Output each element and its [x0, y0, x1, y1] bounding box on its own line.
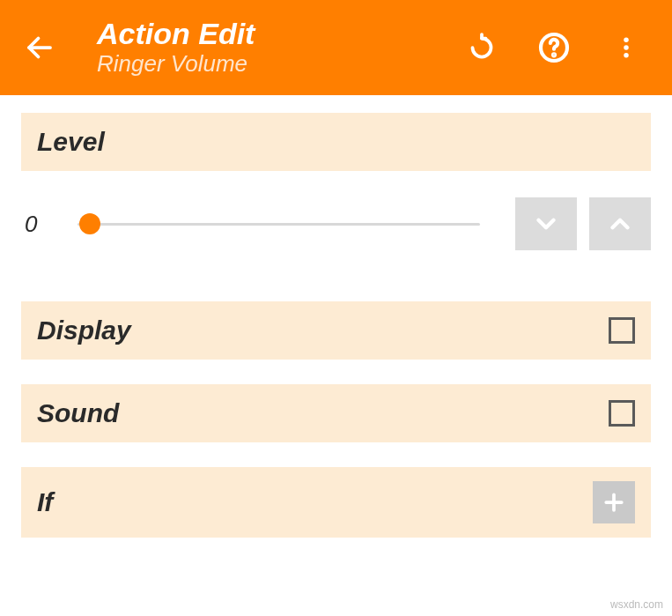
sound-label: Sound [37, 398, 119, 428]
decrement-button[interactable] [515, 197, 577, 250]
svg-point-2 [553, 54, 555, 56]
level-value: 0 [25, 211, 60, 238]
help-button[interactable] [535, 28, 573, 67]
content-area: Level 0 Display Sound [0, 95, 672, 555]
more-vertical-icon [613, 34, 639, 61]
if-add-button[interactable] [593, 481, 635, 523]
toolbar-actions [462, 28, 646, 67]
if-label: If [37, 487, 53, 517]
page-title: Action Edit [97, 19, 462, 48]
svg-point-4 [624, 45, 629, 50]
title-block: Action Edit Ringer Volume [97, 19, 462, 78]
level-slider-row: 0 [21, 171, 651, 277]
if-row: If [21, 467, 651, 538]
chevron-up-icon [605, 209, 635, 239]
sound-checkbox[interactable] [609, 400, 635, 427]
svg-point-5 [624, 53, 629, 58]
chevron-down-icon [531, 209, 561, 239]
display-label: Display [37, 315, 131, 345]
sound-row[interactable]: Sound [21, 384, 651, 442]
page-subtitle: Ringer Volume [97, 50, 462, 78]
level-label: Level [37, 127, 105, 157]
slider-thumb[interactable] [79, 213, 100, 234]
help-icon [536, 30, 572, 65]
slider-track [78, 223, 480, 226]
overflow-menu-button[interactable] [607, 28, 646, 67]
display-row[interactable]: Display [21, 301, 651, 360]
back-button[interactable] [18, 26, 62, 70]
plus-icon [601, 489, 627, 516]
level-header: Level [21, 113, 651, 171]
increment-button[interactable] [589, 197, 651, 250]
display-checkbox[interactable] [609, 317, 635, 344]
svg-point-3 [624, 38, 629, 43]
level-stepper [515, 197, 651, 250]
back-arrow-icon [24, 32, 55, 63]
undo-button[interactable] [462, 28, 501, 67]
undo-icon [466, 32, 498, 63]
level-slider[interactable] [78, 206, 480, 241]
toolbar: Action Edit Ringer Volume [0, 0, 672, 95]
watermark: wsxdn.com [610, 598, 663, 611]
